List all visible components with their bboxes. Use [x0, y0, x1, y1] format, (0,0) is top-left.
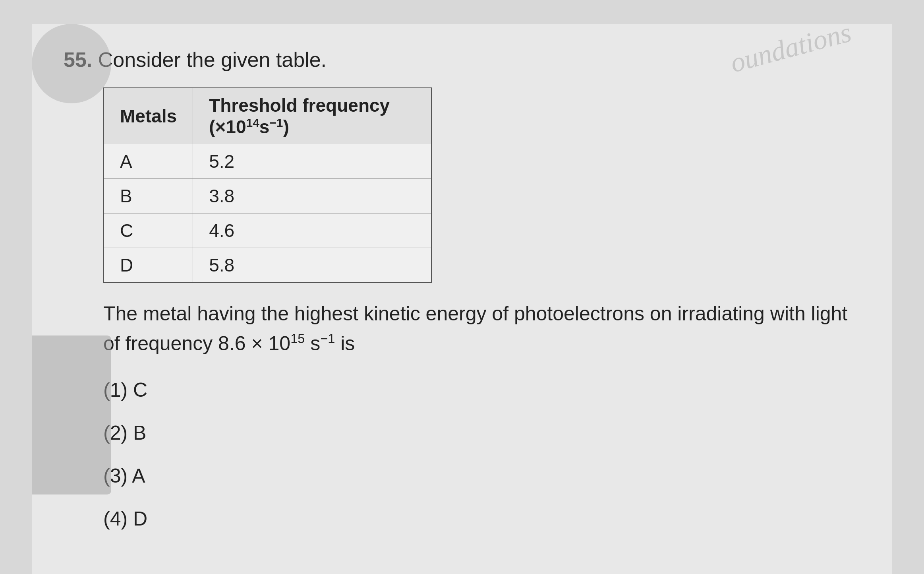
table-row: C 4.6 [104, 213, 431, 248]
option-4[interactable]: (4) D [103, 507, 860, 530]
header-metals: Metals [104, 88, 193, 144]
freq-d: 5.8 [193, 248, 431, 283]
question-intro: Consider the given table. [98, 48, 327, 71]
options-container: (1) C (2) B (3) A (4) D [103, 378, 860, 530]
body-line1: The metal having the highest kinetic ene… [103, 303, 847, 355]
freq-a: 5.2 [193, 144, 431, 179]
table-header-row: Metals Threshold frequency (×1014s−1) [104, 88, 431, 144]
metal-d: D [104, 248, 193, 283]
circle-decoration [32, 24, 111, 103]
option-3[interactable]: (3) A [103, 464, 860, 487]
metal-c: C [104, 213, 193, 248]
question-body: The metal having the highest kinetic ene… [103, 299, 860, 359]
freq-b: 3.8 [193, 179, 431, 213]
option-2[interactable]: (2) B [103, 421, 860, 444]
table-row: D 5.8 [104, 248, 431, 283]
metals-table: Metals Threshold frequency (×1014s−1) A … [103, 87, 432, 283]
table-container: Metals Threshold frequency (×1014s−1) A … [103, 87, 860, 283]
logo-area [32, 335, 111, 494]
metal-a: A [104, 144, 193, 179]
header-frequency: Threshold frequency (×1014s−1) [193, 88, 431, 144]
table-row: A 5.2 [104, 144, 431, 179]
page-container: oundations 55. Consider the given table.… [32, 24, 892, 574]
option-1[interactable]: (1) C [103, 378, 860, 401]
table-row: B 3.8 [104, 179, 431, 213]
metal-b: B [104, 179, 193, 213]
freq-c: 4.6 [193, 213, 431, 248]
